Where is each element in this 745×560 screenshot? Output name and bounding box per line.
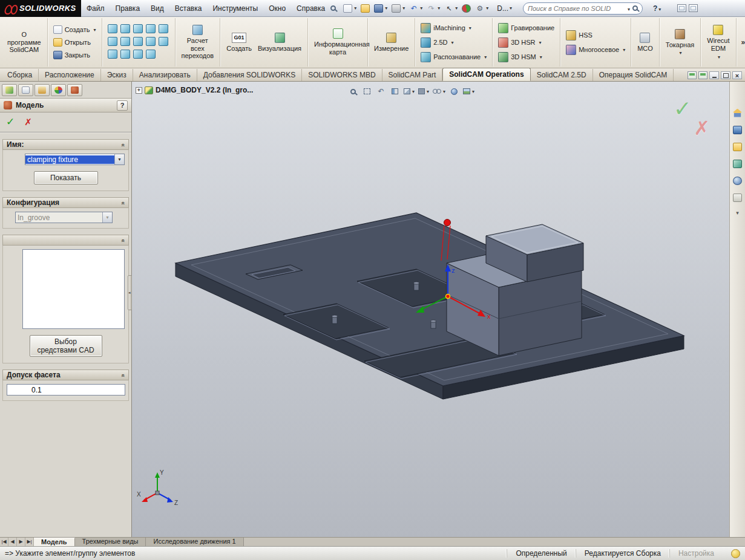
menu-view[interactable]: Вид <box>145 1 169 16</box>
minimize-icon[interactable] <box>709 71 719 79</box>
motion-study-tab[interactable]: Исследование движения 1 <box>146 538 243 546</box>
recognition-button[interactable]: Распознавание <box>418 51 489 63</box>
geometry-tool-icon[interactable] <box>146 50 156 59</box>
ribbon-overflow-button[interactable]: » <box>737 18 745 67</box>
gcode-generate-button[interactable]: G01 Создать <box>223 31 255 54</box>
menu-search-icon[interactable] <box>330 5 336 11</box>
locating-pin[interactable] <box>431 320 436 328</box>
search-icon[interactable] <box>632 5 638 11</box>
save-button[interactable] <box>373 3 389 14</box>
group-header-configuration[interactable]: Конфигурация <box>2 197 129 208</box>
custom-properties-button[interactable] <box>732 192 744 203</box>
close-camfile-button[interactable]: Закрыть <box>51 50 99 60</box>
menu-tools[interactable]: Инструменты <box>207 1 263 16</box>
create-camfile-button[interactable]: Создать <box>51 24 99 35</box>
open-camfile-button[interactable]: Открыть <box>51 37 99 48</box>
panel-help-button[interactable]: ? <box>117 100 128 111</box>
multiaxis-button[interactable]: Многоосевое <box>563 44 628 56</box>
turning-button[interactable]: Токарная <box>663 27 697 58</box>
feature-tree-root[interactable]: D4MG_BODY_V2.2 (In_gro... <box>136 86 253 94</box>
options-button[interactable]: ⚙ <box>474 3 490 14</box>
restore-icon[interactable] <box>721 71 730 79</box>
hss-button[interactable]: HSS <box>563 29 628 42</box>
panel-collapse-handle[interactable] <box>128 275 132 310</box>
apply-scene-button[interactable] <box>462 85 476 97</box>
solidworks-resources-button[interactable] <box>732 107 744 119</box>
calculate-operations-button[interactable]: Расчет всех переходов <box>179 23 217 62</box>
section-view-button[interactable] <box>389 85 401 97</box>
menu-insert[interactable]: Вставка <box>169 1 208 16</box>
dimxpert-tab[interactable] <box>51 84 66 96</box>
group-header-selection[interactable] <box>2 235 129 246</box>
tab-scroll-first-button[interactable]: |◀ <box>0 538 8 546</box>
geometry-tool-icon[interactable] <box>108 24 117 33</box>
model-canvas[interactable]: z x X Y Z <box>132 82 729 537</box>
chevron-down-icon[interactable]: ▾ <box>736 210 739 216</box>
group-header-tolerance[interactable]: Допуск фасета <box>2 370 129 380</box>
tab-sketch[interactable]: Эскиз <box>101 69 133 81</box>
geometry-tool-icon[interactable] <box>159 24 168 33</box>
graphics-viewport[interactable]: z x X Y Z <box>132 82 729 537</box>
engraving-button[interactable]: Гравирование <box>496 22 557 34</box>
geometry-tool-icon[interactable] <box>120 24 130 33</box>
menu-window[interactable]: Окно <box>263 1 291 16</box>
tree-expand-icon[interactable] <box>136 87 142 94</box>
featuremanager-tab[interactable] <box>2 84 17 96</box>
selection-listbox[interactable] <box>22 249 125 329</box>
close-icon[interactable] <box>732 71 742 79</box>
redo-button[interactable]: ↷ <box>425 3 441 14</box>
locating-pin[interactable] <box>332 315 338 324</box>
group-header-name[interactable]: Имя: <box>2 139 129 150</box>
configurationmanager-tab[interactable] <box>34 84 50 96</box>
configuration-combobox[interactable]: In_groove <box>15 212 113 223</box>
geometry-tool-icon[interactable] <box>133 37 143 46</box>
tab-mbd[interactable]: SOLIDWORKS MBD <box>302 69 382 81</box>
hsr-3d-button[interactable]: 3D HSR <box>496 36 557 49</box>
tab-addins[interactable]: Добавления SOLIDWORKS <box>197 69 303 81</box>
geometry-tool-icon[interactable] <box>120 50 130 59</box>
tab-scroll-last-button[interactable]: ▶| <box>25 538 34 546</box>
edit-appearance-button[interactable] <box>448 85 461 97</box>
open-button[interactable] <box>359 3 371 14</box>
tab-assembly[interactable]: Сборка <box>1 69 39 81</box>
view-orientation-button[interactable] <box>402 85 416 97</box>
window-layout-icon[interactable] <box>677 4 686 12</box>
tab-solidcam-operation[interactable]: Операция SolidCAM <box>593 69 674 81</box>
combo-dropdown-icon[interactable] <box>102 212 112 223</box>
select-button[interactable]: ↖ <box>443 3 459 14</box>
view-palette-button[interactable] <box>732 158 744 169</box>
document-icon-small[interactable] <box>688 71 697 79</box>
zoom-fit-button[interactable] <box>347 85 359 97</box>
appearances-scenes-button[interactable] <box>732 175 744 186</box>
tab-layout[interactable]: Расположение <box>39 69 101 81</box>
imachining-button[interactable]: iMachining <box>418 22 489 34</box>
new-document-button[interactable] <box>342 3 358 14</box>
facet-tolerance-input[interactable] <box>7 384 125 396</box>
design-library-button[interactable] <box>732 124 744 135</box>
menu-edit[interactable]: Правка <box>110 1 146 16</box>
3d-views-tab[interactable]: Трехмерные виды <box>75 538 146 546</box>
status-customize-button[interactable]: Настройка <box>669 549 723 558</box>
print-button[interactable] <box>390 3 406 14</box>
confirmation-corner-cancel-icon[interactable]: ✗ <box>694 117 710 140</box>
hide-show-items-button[interactable] <box>432 85 447 97</box>
geometry-tool-icon[interactable] <box>133 24 143 33</box>
previous-view-button[interactable]: ↶ <box>375 85 387 97</box>
model-name-combobox[interactable]: clamping fixture <box>25 154 125 165</box>
help-button[interactable]: ? <box>650 3 664 14</box>
zoom-area-button[interactable] <box>361 85 373 97</box>
confirmation-corner-ok-icon[interactable]: ✓ <box>674 96 692 122</box>
tab-solidcam-25d[interactable]: SolidCAM 2.5D <box>531 69 593 81</box>
undo-button[interactable]: ↶ <box>408 3 424 14</box>
propertymanager-tab[interactable] <box>18 84 33 96</box>
geometry-tool-icon[interactable] <box>108 50 117 59</box>
about-solidcam-button[interactable]: О программе SolidCAM <box>4 29 44 56</box>
geometry-tool-icon[interactable] <box>159 37 168 46</box>
document-switcher[interactable]: D... <box>494 3 514 14</box>
tab-solidcam-part[interactable]: SolidCAM Part <box>382 69 443 81</box>
mco-button[interactable]: MCO <box>634 31 656 54</box>
operation-25d-button[interactable]: 2.5D <box>418 36 489 49</box>
search-scope-dropdown-icon[interactable] <box>626 4 630 13</box>
info-card-button[interactable]: Информационная карта <box>311 27 364 57</box>
tab-scroll-right-button[interactable]: ▶ <box>17 538 25 546</box>
